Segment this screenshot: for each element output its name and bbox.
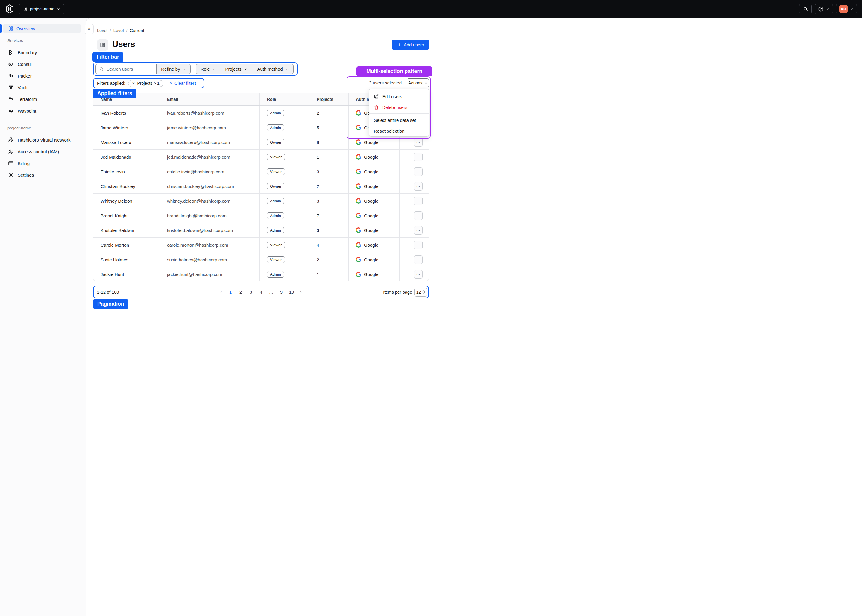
row-actions-button[interactable]: ⋯ <box>414 167 422 176</box>
sidebar-item-packer[interactable]: Packer <box>0 70 86 82</box>
auth-label: Google <box>364 169 378 174</box>
items-per-page-value: 12 <box>416 290 421 294</box>
add-users-button[interactable]: Add users <box>392 39 429 50</box>
page-button[interactable]: 10 <box>287 288 296 296</box>
role-badge: Viewer <box>267 154 285 160</box>
cell-email: christian.buckley@hashicorp.com <box>160 179 259 193</box>
google-icon <box>356 272 361 277</box>
breadcrumb-level-2[interactable]: Level <box>113 28 124 33</box>
previous-page-button[interactable]: ‹ <box>218 289 225 295</box>
row-actions-button[interactable]: ⋯ <box>414 226 422 235</box>
page-button[interactable]: 4 <box>257 288 265 296</box>
sidebar-item-label: Packer <box>18 73 32 79</box>
breadcrumb-level-1[interactable]: Level <box>97 28 107 33</box>
credit-card-icon <box>8 160 14 166</box>
cell-name: Susie Holmes <box>93 252 160 267</box>
project-switcher-button[interactable]: project-name <box>19 3 64 14</box>
row-actions-button[interactable]: ⋯ <box>414 138 422 147</box>
google-icon <box>356 228 361 233</box>
consul-icon <box>8 61 14 67</box>
page-button[interactable]: 3 <box>247 288 255 296</box>
sidebar-item-waypoint[interactable]: Waypoint <box>0 105 86 117</box>
sidebar-item-billing[interactable]: Billing <box>0 157 86 169</box>
role-badge: Admin <box>267 124 284 131</box>
row-actions-button[interactable]: ⋯ <box>414 182 422 191</box>
cell-auth-method: Google <box>349 252 399 267</box>
chevron-down-icon <box>244 68 247 71</box>
actions-button[interactable]: Actions <box>407 79 429 87</box>
sidebar-item-settings[interactable]: Settings <box>0 169 86 181</box>
cell-projects: 1 <box>309 150 349 164</box>
sidebar-item-label: Access control (IAM) <box>18 149 59 154</box>
terraform-icon <box>8 96 14 102</box>
dismiss-icon: ✕ <box>132 82 135 85</box>
breadcrumb-separator: / <box>110 28 111 33</box>
next-page-button[interactable]: › <box>298 289 304 295</box>
sidebar-item-access-control[interactable]: Access control (IAM) <box>0 146 86 157</box>
cell-email: estelle.irwin@hashicorp.com <box>160 164 259 179</box>
cell-auth-method: Google <box>349 179 399 193</box>
pagination-bar: 1-12 of 100 ‹ 1234…910 › Items per page … <box>93 286 429 298</box>
cell-email: kristofer.baldwin@hashicorp.com <box>160 223 259 237</box>
sidebar-item-vault[interactable]: Vault <box>0 82 86 93</box>
sidebar-collapse-button[interactable]: « <box>85 24 94 35</box>
table-row: Susie Holmes susie.holmes@hashicorp.com … <box>93 252 429 267</box>
services-section: Services Boundary Consul <box>0 38 86 117</box>
pagination-pages: ‹ 1234…910 › <box>93 288 429 296</box>
menu-item-select-entire-data-set[interactable]: Select entire data set <box>369 115 429 126</box>
google-icon <box>356 125 361 130</box>
sidebar-item-boundary[interactable]: Boundary <box>0 47 86 58</box>
packer-icon <box>8 73 14 79</box>
table-row: Carole Morton carole.morton@hashicorp.co… <box>93 238 429 252</box>
menu-item-edit-users[interactable]: Edit users <box>369 91 429 102</box>
column-header-role: Role <box>259 93 309 105</box>
cell-name: Marissa Lucero <box>93 135 160 149</box>
page-button[interactable]: 1 <box>226 288 235 296</box>
collapse-icon: « <box>88 26 90 32</box>
row-actions-button[interactable]: ⋯ <box>414 152 422 161</box>
row-actions-button[interactable]: ⋯ <box>414 196 422 205</box>
role-filter-button[interactable]: Role <box>196 64 220 74</box>
items-per-page-stepper[interactable]: 12 <box>414 288 427 297</box>
sidebar-item-label: Overview <box>16 26 35 31</box>
projects-filter-button[interactable]: Projects <box>220 64 252 74</box>
sidebar-item-label: Boundary <box>18 50 37 55</box>
table-row: Brandi Knight brandi.knight@hashicorp.co… <box>93 208 429 223</box>
chevron-down-icon <box>212 68 215 71</box>
breadcrumb-current: Current <box>130 28 144 33</box>
clear-filters-link[interactable]: ✕ Clear filters <box>170 81 197 86</box>
table-row: Estelle Irwin estelle.irwin@hashicorp.co… <box>93 164 429 179</box>
cell-email: jackie.hunt@hashicorp.com <box>160 267 259 281</box>
page-button[interactable]: 2 <box>236 288 245 296</box>
role-badge: Admin <box>267 271 284 278</box>
row-actions-button[interactable]: ⋯ <box>414 240 422 249</box>
sidebar-item-overview[interactable]: Overview <box>3 24 81 33</box>
chevron-down-icon <box>285 68 289 71</box>
auth-label: Google <box>364 184 378 189</box>
search-icon <box>99 67 104 72</box>
refine-by-button[interactable]: Refine by <box>156 64 190 74</box>
menu-item-delete-users[interactable]: Delete users <box>369 102 429 113</box>
cell-name: Jed Maldonado <box>93 150 160 164</box>
sidebar-item-hvn[interactable]: HashiCorp Virtual Network <box>0 134 86 146</box>
menu-item-label: Delete users <box>382 105 407 110</box>
filter-chip-projects[interactable]: ✕ Projects > 1 <box>128 80 163 87</box>
cell-auth-method: Google <box>349 223 399 237</box>
search-field[interactable] <box>96 64 156 74</box>
menu-item-reset-selection[interactable]: Reset selection <box>369 126 429 136</box>
applied-filters-bar: Filters applied: ✕ Projects > 1 ✕ Clear … <box>93 78 204 88</box>
search-users-input[interactable] <box>107 66 153 72</box>
auth-method-filter-button[interactable]: Auth method <box>252 64 293 74</box>
row-actions-button[interactable]: ⋯ <box>414 270 422 279</box>
sidebar-item-consul[interactable]: Consul <box>0 58 86 70</box>
selection-count: 3 users selected <box>369 80 402 85</box>
menu-divider <box>369 113 429 114</box>
cell-email: ivan.roberts@hashicorp.com <box>160 106 259 120</box>
sidebar-item-terraform[interactable]: Terraform <box>0 93 86 105</box>
row-actions-button[interactable]: ⋯ <box>414 211 422 220</box>
annotation-multi-selection: Multi-selection pattern <box>356 66 431 76</box>
page-button[interactable]: 9 <box>277 288 286 296</box>
row-actions-button[interactable]: ⋯ <box>414 255 422 264</box>
auth-label: Google <box>364 257 378 262</box>
google-icon <box>356 198 361 204</box>
